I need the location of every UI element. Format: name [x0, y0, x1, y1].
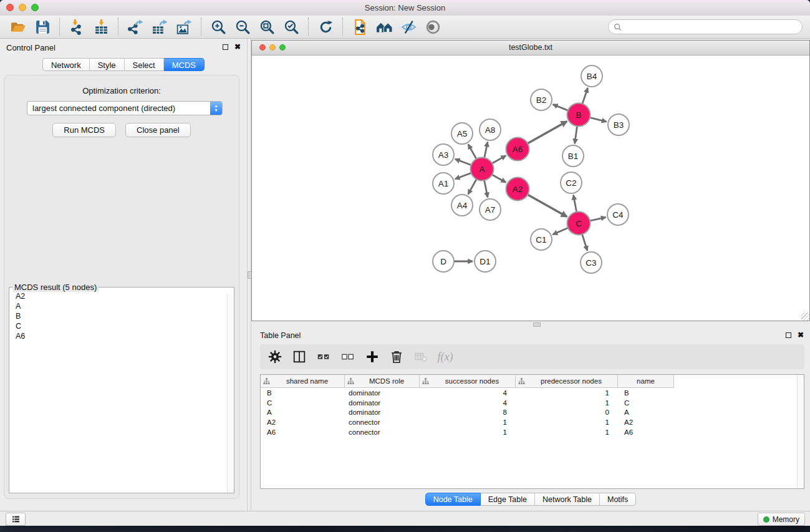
tab-edge-table[interactable]: Edge Table: [481, 493, 535, 506]
float-panel-icon[interactable]: [786, 332, 791, 338]
tab-motifs[interactable]: Motifs: [600, 493, 636, 506]
gear-button[interactable]: [266, 347, 284, 366]
graph-node-B3[interactable]: B3: [608, 114, 629, 135]
close-panel-icon[interactable]: ✖: [798, 332, 804, 338]
trash-button[interactable]: [387, 347, 406, 366]
export-network-button[interactable]: [123, 17, 148, 37]
table-cell[interactable]: C: [618, 399, 674, 407]
graph-node-A4[interactable]: A4: [451, 195, 473, 216]
graph-node-A6[interactable]: A6: [506, 138, 529, 161]
column-header-shared-name[interactable]: shared name: [261, 375, 345, 387]
graph-node-D1[interactable]: D1: [475, 251, 496, 272]
graph-node-C3[interactable]: C3: [581, 252, 602, 273]
zoom-in-button[interactable]: [206, 17, 231, 37]
table-row[interactable]: A6connector11A6: [261, 427, 674, 437]
close-panel-button[interactable]: Close panel: [125, 123, 191, 137]
zoom-selected-button[interactable]: [279, 17, 304, 37]
criterion-select[interactable]: largest connected component (directed) ▲…: [27, 101, 223, 115]
table-cell[interactable]: A6: [618, 428, 674, 436]
table-cell[interactable]: A: [618, 409, 674, 416]
split-column-button[interactable]: [290, 347, 309, 366]
table-cell[interactable]: 4: [420, 399, 516, 407]
eye-slash-button[interactable]: [397, 17, 421, 37]
table-cell[interactable]: 1: [420, 418, 516, 426]
table-cell[interactable]: 8: [420, 409, 516, 416]
column-header-successor-nodes[interactable]: successor nodes: [420, 375, 516, 387]
search-input[interactable]: [625, 22, 797, 32]
table-row[interactable]: Adominator80A: [261, 408, 674, 418]
table-cell[interactable]: A2: [261, 418, 345, 426]
result-scrollbar[interactable]: [227, 294, 234, 493]
graph-node-A7[interactable]: A7: [480, 199, 501, 220]
tab-network-table[interactable]: Network Table: [535, 493, 600, 506]
import-network-button[interactable]: [65, 17, 89, 37]
network-graph[interactable]: B4B2BB3A5A8A6B1A3AC2A1A2A4A7C4CC1C3DD1: [252, 56, 809, 321]
net-zoom-button[interactable]: [279, 44, 286, 51]
table-cell[interactable]: connector: [345, 418, 420, 426]
column-header-name[interactable]: name: [618, 375, 674, 387]
graph-node-A3[interactable]: A3: [433, 144, 454, 165]
unchecked-rows-button[interactable]: [339, 347, 357, 366]
graph-node-C[interactable]: C: [567, 212, 591, 235]
tab-network[interactable]: Network: [42, 58, 90, 71]
splitter-grip[interactable]: [533, 322, 541, 327]
resize-corner[interactable]: [801, 312, 809, 321]
tab-mcds[interactable]: MCDS: [164, 58, 205, 71]
table-row[interactable]: A2connector11A2: [261, 417, 674, 427]
run-mcds-button[interactable]: Run MCDS: [52, 123, 116, 137]
graph-node-A[interactable]: A: [471, 158, 494, 181]
table-cell[interactable]: dominator: [345, 389, 420, 397]
export-image-button[interactable]: [172, 17, 196, 37]
graph-node-A1[interactable]: A1: [433, 173, 454, 194]
graph-node-A5[interactable]: A5: [451, 123, 473, 144]
close-window-button[interactable]: [6, 4, 14, 11]
horizontal-splitter[interactable]: [251, 321, 810, 327]
table-cell[interactable]: B: [618, 389, 674, 397]
import-table-button[interactable]: [89, 17, 113, 37]
table-cell[interactable]: dominator: [345, 409, 420, 416]
memory-button[interactable]: Memory: [758, 513, 805, 526]
zoom-window-button[interactable]: [31, 4, 39, 11]
graph-node-B2[interactable]: B2: [531, 89, 552, 110]
graph-node-C2[interactable]: C2: [561, 172, 582, 193]
graph-node-A8[interactable]: A8: [480, 119, 501, 140]
tab-node-table[interactable]: Node Table: [425, 493, 481, 506]
float-panel-icon[interactable]: [223, 44, 228, 50]
table-cell[interactable]: A2: [618, 418, 674, 426]
graph-node-B[interactable]: B: [567, 104, 591, 127]
table-cell[interactable]: 1: [516, 428, 618, 436]
export-table-button[interactable]: [148, 17, 172, 37]
column-header-MCDS-role[interactable]: MCDS role: [345, 375, 420, 387]
close-panel-icon[interactable]: ✖: [234, 44, 241, 50]
table-cell[interactable]: 4: [420, 389, 516, 397]
graph-node-C1[interactable]: C1: [531, 229, 552, 250]
table-cell[interactable]: dominator: [345, 399, 420, 407]
zoom-fit-button[interactable]: [255, 17, 279, 37]
table-row[interactable]: Bdominator41B: [261, 388, 674, 398]
task-list-button[interactable]: [6, 513, 26, 526]
document-share-button[interactable]: [348, 17, 372, 37]
open-folder-button[interactable]: [6, 17, 31, 37]
table-row[interactable]: Cdominator41C: [261, 398, 674, 408]
table-cell[interactable]: connector: [345, 428, 420, 436]
column-header-predecessor-nodes[interactable]: predecessor nodes: [516, 375, 618, 387]
tab-select[interactable]: Select: [125, 58, 164, 71]
table-cell[interactable]: 1: [420, 428, 516, 436]
vertical-splitter[interactable]: [247, 39, 251, 511]
graph-node-A2[interactable]: A2: [506, 178, 529, 201]
table-scrollbar[interactable]: [797, 375, 804, 488]
table-cell[interactable]: C: [261, 399, 345, 407]
plus-button[interactable]: [363, 347, 382, 366]
tab-style[interactable]: Style: [90, 58, 125, 71]
net-close-button[interactable]: [259, 44, 266, 51]
eye-button[interactable]: [421, 17, 445, 37]
graph-node-D[interactable]: D: [433, 251, 454, 272]
graph-node-B1[interactable]: B1: [562, 145, 584, 167]
graph-node-B4[interactable]: B4: [581, 65, 602, 87]
zoom-out-button[interactable]: [231, 17, 255, 37]
table-cell[interactable]: A: [261, 409, 345, 416]
double-house-button[interactable]: [372, 17, 397, 37]
checked-rows-button[interactable]: [314, 347, 333, 366]
table-cell[interactable]: 1: [516, 399, 618, 407]
graph-node-C4[interactable]: C4: [607, 204, 629, 225]
